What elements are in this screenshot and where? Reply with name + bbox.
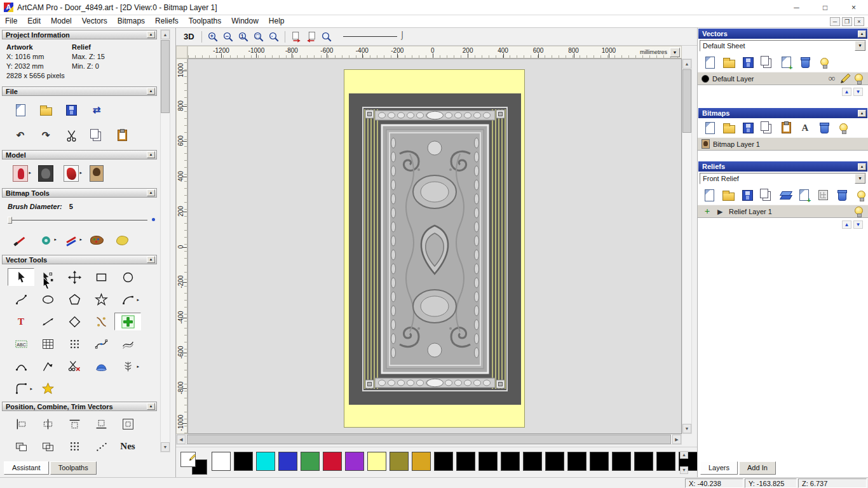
snap-page-left-button[interactable] (288, 29, 304, 44)
canvas-scroll-right-button[interactable]: ▶ (672, 435, 681, 444)
scatter-diag-tool-button[interactable] (88, 437, 114, 455)
open-model-button[interactable] (33, 100, 58, 120)
toggle-bitmaps-visibility-button[interactable] (836, 121, 850, 135)
palette-swatch-13[interactable] (501, 452, 520, 471)
nest-tool-button[interactable]: Nes (114, 437, 141, 455)
palette-swatch-8[interactable] (390, 452, 409, 471)
colour-palette-button[interactable] (84, 230, 109, 250)
palette-swatch-14[interactable] (523, 452, 542, 471)
view-3d-button[interactable]: 3D (180, 30, 198, 43)
collapse-bitmaps-button[interactable]: ▲ (858, 110, 866, 117)
bitmap-layer-row[interactable]: Bitmap Layer 1 (698, 137, 868, 151)
copy-button[interactable] (84, 125, 109, 146)
palette-scroll-up-button[interactable]: ▲ (680, 451, 688, 459)
move-relief-up-button[interactable]: ▲ (842, 220, 851, 229)
menu-model[interactable]: Model (46, 15, 77, 27)
ruler-units-dropdown[interactable]: ▼ (670, 48, 680, 57)
new-bitmap-layer-button[interactable] (703, 121, 717, 135)
invert-model-button[interactable] (8, 163, 33, 184)
zoom-page-button[interactable]: □ (251, 29, 266, 44)
import-model-button[interactable]: ⇄ (84, 100, 109, 120)
menu-vectors[interactable]: Vectors (77, 15, 112, 27)
align-box-tool-button[interactable] (114, 415, 141, 433)
zoom-out-button[interactable]: − (220, 29, 236, 44)
redo-button[interactable]: ↷ (33, 125, 58, 146)
undo-button[interactable]: ↶ (8, 125, 33, 146)
move-layer-down-button[interactable]: ▼ (853, 88, 863, 96)
palette-swatch-4[interactable] (301, 452, 320, 471)
text-block-button[interactable] (8, 335, 34, 353)
create-polyline-button[interactable] (8, 290, 34, 308)
collapse-reliefs-button[interactable]: ▲ (858, 163, 866, 170)
sheet-dropdown-button[interactable]: ▼ (855, 41, 865, 51)
layer-colour-swatch[interactable] (702, 75, 709, 83)
relief-visibility-button[interactable] (853, 206, 864, 217)
palette-swatch-10[interactable] (434, 452, 453, 471)
palette-swatch-5[interactable] (323, 452, 342, 471)
mdi-restore-button[interactable]: ❐ (842, 17, 852, 26)
collapse-file-button[interactable]: ▲ (147, 88, 155, 95)
palette-swatch-6[interactable] (345, 452, 364, 471)
bitmap-grid-button[interactable] (34, 335, 61, 353)
palette-swatch-12[interactable] (478, 452, 498, 471)
current-colour-indicator[interactable] (180, 452, 207, 475)
smoothing-line-widget[interactable] (343, 36, 397, 37)
paste-vectors-button[interactable] (779, 55, 793, 69)
create-ellipse-button[interactable] (114, 268, 141, 286)
drawing-canvas[interactable] (187, 58, 682, 434)
open-vectors-button[interactable] (722, 55, 736, 69)
cut-button[interactable] (58, 125, 84, 146)
mdi-close-button[interactable]: × (854, 17, 864, 26)
extrude-dome-button[interactable] (88, 357, 114, 375)
delete-bitmap-layer-button[interactable] (817, 121, 831, 135)
tab-add-in[interactable]: Add In (739, 461, 776, 475)
close-button[interactable]: × (839, 0, 868, 15)
mdi-minimize-button[interactable]: ─ (830, 17, 840, 26)
trim-tool-button[interactable] (61, 357, 88, 375)
palette-swatch-17[interactable] (590, 452, 609, 471)
palette-swatch-15[interactable] (545, 452, 564, 471)
scroll-up-button[interactable]: ▲ (161, 30, 170, 39)
copy-vectors-button[interactable] (760, 55, 774, 69)
save-model-button[interactable] (58, 100, 84, 120)
arc-segment-button[interactable] (8, 357, 34, 375)
bitmap-image-button[interactable] (84, 163, 109, 184)
canvas-vertical-scrollbar[interactable]: ▲ ▼ (682, 58, 692, 434)
layer-visibility-button[interactable] (853, 73, 864, 85)
new-relief-layer-button[interactable] (703, 188, 717, 202)
maximize-button[interactable]: □ (811, 0, 839, 15)
relief-preview-button[interactable] (33, 163, 58, 184)
toggle-vectors-visibility-button[interactable] (817, 55, 831, 69)
create-circle-button[interactable] (34, 290, 61, 308)
menu-toolpaths[interactable]: Toolpaths (184, 15, 226, 27)
menu-reliefs[interactable]: Reliefs (150, 15, 184, 27)
combine-subtract-tool-button[interactable] (34, 437, 61, 455)
brush-diameter-slider[interactable] (8, 216, 147, 224)
slider-thumb[interactable] (8, 217, 12, 224)
collapse-project-information-button[interactable]: ▲ (147, 31, 155, 38)
align-centre-tool-button[interactable] (34, 415, 61, 433)
canvas-hscroll-thumb[interactable] (187, 435, 671, 444)
create-text-button[interactable]: T (8, 313, 34, 330)
create-star-button[interactable] (88, 290, 114, 308)
toggle-reliefs-visibility-button[interactable] (854, 188, 868, 202)
wrap-star-button[interactable] (34, 379, 61, 397)
fit-arcs-button[interactable] (88, 335, 114, 353)
tab-assistant[interactable]: Assistant (4, 461, 49, 475)
greyscale-bitmap-button[interactable]: A (798, 121, 812, 135)
zoom-info-button[interactable] (319, 29, 334, 44)
tab-toolpaths[interactable]: Toolpaths (50, 461, 97, 475)
create-diamond-button[interactable] (61, 313, 88, 330)
collapse-vector-tools-button[interactable]: ▲ (147, 256, 155, 263)
blend-curves-button[interactable] (114, 335, 141, 353)
paste-relief-button[interactable] (797, 188, 811, 202)
align-left-tool-button[interactable] (8, 415, 34, 433)
pencil-pair-button[interactable] (58, 230, 84, 250)
relief-select-combo[interactable]: Front Relief ▼ (700, 173, 866, 184)
canvas-scroll-down-button[interactable]: ▼ (682, 424, 691, 433)
palette-swatch-11[interactable] (456, 452, 475, 471)
zoom-100-button[interactable]: 1 (236, 29, 251, 44)
open-bitmap-button[interactable] (722, 121, 736, 135)
paint-selective-button[interactable] (33, 230, 58, 250)
palette-swatch-16[interactable] (567, 452, 587, 471)
